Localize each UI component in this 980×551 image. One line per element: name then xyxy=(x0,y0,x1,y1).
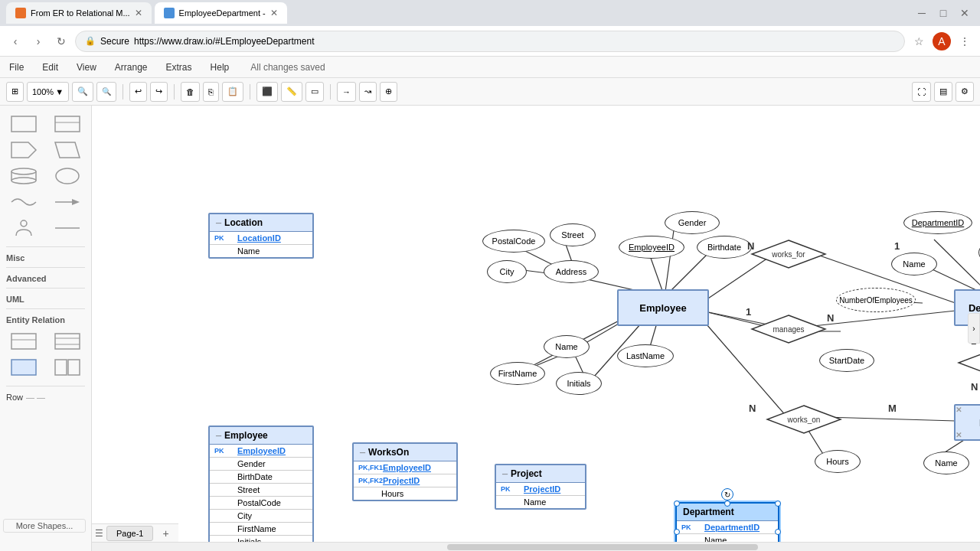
shape-arrow2-icon xyxy=(54,219,81,237)
workson-table[interactable]: ─ WorksOn PK,FK1 EmployeeID PK,FK2 Proje… xyxy=(352,442,458,501)
projname-oval[interactable]: Name xyxy=(923,452,969,474)
birthdate-oval[interactable]: Birthdate xyxy=(697,236,752,259)
workson-diamond[interactable]: works_on xyxy=(766,404,842,435)
format-panel-button[interactable]: ▤ xyxy=(934,82,952,102)
maximize-button[interactable]: □ xyxy=(934,4,952,22)
firstname-oval[interactable]: FirstName xyxy=(490,362,545,385)
initials-oval[interactable]: Initials xyxy=(556,372,602,395)
sidebar-misc-label: Misc xyxy=(0,250,91,264)
zoom-in-button[interactable]: 🔍 xyxy=(72,82,93,102)
sidebar-shape-5[interactable] xyxy=(3,164,45,188)
sidebar-shape-9[interactable] xyxy=(3,216,45,240)
format-button[interactable]: ▭ xyxy=(305,82,324,102)
canvas-right-collapse[interactable]: › xyxy=(968,313,980,344)
sidebar-shape-2[interactable] xyxy=(47,112,89,136)
deptname-oval[interactable]: Name xyxy=(891,253,937,276)
toolbar-grid-toggle[interactable]: ⊞ xyxy=(6,82,24,102)
color-fill-button[interactable]: ⬛ xyxy=(256,82,278,102)
add-page-button[interactable]: + xyxy=(156,525,175,542)
location-table[interactable]: ─ Location PK LocationID Name xyxy=(208,213,314,259)
employeeid-oval[interactable]: EmployeeID xyxy=(619,236,684,259)
address-bar[interactable]: 🔒 Secure https://www.draw.io/#LEmployeeD… xyxy=(75,31,905,52)
startdate-oval[interactable]: StartDate xyxy=(819,349,874,372)
empname-oval[interactable]: Name xyxy=(544,335,590,358)
undo-button[interactable]: ↩ xyxy=(129,82,147,102)
back-button[interactable]: ‹ xyxy=(6,32,24,51)
page-tabs-menu[interactable]: ☰ xyxy=(95,528,103,539)
sidebar-shape-8[interactable] xyxy=(47,190,89,214)
connection-button[interactable]: → xyxy=(337,82,356,102)
location-minimize-icon[interactable]: ─ xyxy=(216,219,221,227)
tab-1[interactable]: From ER to Relational M... ✕ xyxy=(6,2,152,24)
menu-view[interactable]: View xyxy=(74,60,100,74)
page-tab-1[interactable]: Page-1 xyxy=(106,526,153,541)
street-oval[interactable]: Street xyxy=(550,223,596,246)
sidebar-shape-4[interactable] xyxy=(47,138,89,162)
tab2-close[interactable]: ✕ xyxy=(270,8,278,18)
numemployees-oval[interactable]: NumberOfEmployees xyxy=(836,288,916,312)
redo-icon: ↪ xyxy=(155,86,162,96)
paste-button[interactable]: 📋 xyxy=(222,82,243,102)
deptid-oval[interactable]: DepartmentID xyxy=(903,211,972,234)
project-table[interactable]: ─ Project PK ProjectID Name xyxy=(495,464,586,510)
line-color-button[interactable]: 📏 xyxy=(281,82,302,102)
gender-oval[interactable]: Gender xyxy=(665,211,720,234)
minimize-button[interactable]: ─ xyxy=(913,4,931,22)
reload-button[interactable]: ↻ xyxy=(52,32,70,51)
city-oval[interactable]: City xyxy=(487,260,527,283)
manages-diamond[interactable]: manages xyxy=(750,314,827,344)
project-table-title: ─ Project xyxy=(496,465,585,483)
sidebar-er-shape-3[interactable] xyxy=(3,355,45,380)
sidebar-er-shape-2[interactable] xyxy=(47,329,89,354)
insert-button[interactable]: ⊕ xyxy=(380,82,397,102)
tab1-close[interactable]: ✕ xyxy=(135,8,142,18)
waypoint-button[interactable]: ↝ xyxy=(359,82,377,102)
sidebar-shape-7[interactable] xyxy=(3,190,45,214)
sidebar-shape-10[interactable] xyxy=(47,216,89,240)
settings-button[interactable]: ⚙ xyxy=(956,82,974,102)
svg-text:manages: manages xyxy=(773,325,804,334)
project-er-entity[interactable]: Project ✕ ✕ ✕ ✕ xyxy=(954,404,980,441)
sidebar-shape-6[interactable] xyxy=(47,164,89,188)
sidebar-er-shape-4[interactable] xyxy=(47,355,89,380)
tab-2[interactable]: EmployeeDepartment - ✕ xyxy=(155,2,287,24)
redo-button[interactable]: ↪ xyxy=(150,82,168,102)
sidebar-shape-1[interactable] xyxy=(3,112,45,136)
browser-menu[interactable]: ⋮ xyxy=(956,32,974,51)
lastname-oval[interactable]: LastName xyxy=(617,344,674,367)
more-shapes-button[interactable]: More Shapes... xyxy=(3,519,86,533)
h-scrollbar-thumb[interactable] xyxy=(447,544,758,550)
menu-edit[interactable]: Edit xyxy=(39,60,61,74)
bookmark-button[interactable]: ☆ xyxy=(910,32,928,51)
extensions-button[interactable]: A xyxy=(933,32,951,51)
forward-button[interactable]: › xyxy=(29,32,47,51)
menu-help[interactable]: Help xyxy=(207,60,233,74)
sidebar-er-label: Entity Relation xyxy=(0,312,91,326)
postalcode-oval[interactable]: PostalCode xyxy=(482,230,545,253)
sidebar-er-shape-1[interactable] xyxy=(3,329,45,354)
menu-extras[interactable]: Extras xyxy=(163,60,195,74)
sidebar-shape-3[interactable] xyxy=(3,138,45,162)
fullscreen-button[interactable]: ⛶ xyxy=(912,82,931,102)
controls-diamond[interactable]: controls xyxy=(957,347,980,378)
firstname-label: FirstName xyxy=(498,369,537,378)
employee-minimize-icon[interactable]: ─ xyxy=(216,432,221,440)
zoom-out-button[interactable]: 🔍 xyxy=(96,82,116,102)
project-minimize-icon[interactable]: ─ xyxy=(502,470,508,478)
zoom-display[interactable]: 100% ▼ xyxy=(27,82,69,102)
delete-button[interactable]: 🗑 xyxy=(181,82,200,102)
rotate-handle[interactable]: ↻ xyxy=(721,488,733,500)
menu-arrange[interactable]: Arrange xyxy=(112,60,151,74)
h-scrollbar[interactable] xyxy=(92,542,980,551)
menu-file[interactable]: File xyxy=(6,60,27,74)
address-oval[interactable]: Address xyxy=(544,260,599,283)
canvas-area[interactable]: ─ Location PK LocationID Name ─ Employee xyxy=(92,106,980,551)
copy-button[interactable]: ⎘ xyxy=(203,82,219,102)
hours-oval[interactable]: Hours xyxy=(815,450,861,473)
close-button[interactable]: ✕ xyxy=(956,4,974,22)
workson-minimize-icon[interactable]: ─ xyxy=(360,448,365,457)
employee-er-entity[interactable]: Employee xyxy=(617,289,709,326)
worksfor-diamond[interactable]: works_for xyxy=(750,239,827,269)
employee-table[interactable]: ─ Employee PK EmployeeID Gender BirthDat… xyxy=(208,425,314,551)
zoom-out-icon: 🔍 xyxy=(102,87,111,96)
